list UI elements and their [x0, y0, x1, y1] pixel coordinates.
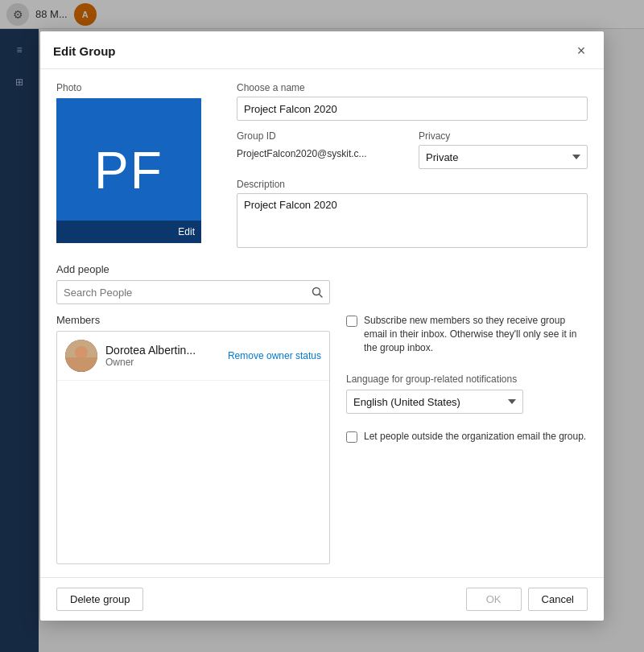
- group-id-col: Group ID ProjectFalcon2020@syskit.c...: [237, 130, 406, 169]
- search-icon-button[interactable]: [305, 281, 329, 303]
- modal-overlay: Edit Group × Photo PF Edit: [0, 0, 644, 652]
- settings-col: Subscribe new members so they receive gr…: [346, 314, 588, 564]
- photo-col: Photo PF Edit: [56, 82, 217, 250]
- photo-box: PF Edit: [56, 98, 201, 243]
- main-content-row: Members Dorotea Albertin... Owner Remove…: [56, 314, 588, 564]
- fields-col: Choose a name Group ID ProjectFalcon2020…: [237, 82, 588, 250]
- subscribe-checkbox[interactable]: [346, 316, 357, 327]
- modal-title: Edit Group: [53, 44, 116, 58]
- members-list: Dorotea Albertin... Owner Remove owner s…: [56, 331, 330, 564]
- privacy-col: Privacy Private Public: [419, 130, 588, 169]
- member-name: Dorotea Albertin...: [105, 344, 220, 357]
- search-box: [56, 280, 330, 304]
- id-privacy-row: Group ID ProjectFalcon2020@syskit.c... P…: [237, 130, 588, 169]
- privacy-label: Privacy: [419, 130, 588, 142]
- search-icon: [312, 287, 323, 298]
- photo-edit-bar: Edit: [56, 221, 201, 243]
- subscribe-label: Subscribe new members so they receive gr…: [364, 314, 588, 354]
- language-section: Language for group-related notifications…: [346, 373, 588, 430]
- group-id-value: ProjectFalcon2020@syskit.c...: [237, 145, 406, 163]
- photo-initials: PF: [94, 141, 163, 200]
- outside-email-label: Let people outside the organization emai…: [364, 430, 586, 444]
- member-info: Dorotea Albertin... Owner: [105, 344, 220, 368]
- outside-email-checkbox[interactable]: [346, 431, 357, 443]
- table-row: Dorotea Albertin... Owner Remove owner s…: [57, 332, 329, 381]
- edit-group-modal: Edit Group × Photo PF Edit: [40, 31, 604, 621]
- modal-header: Edit Group ×: [40, 31, 604, 69]
- remove-owner-link[interactable]: Remove owner status: [228, 350, 321, 361]
- ok-button[interactable]: OK: [466, 588, 522, 611]
- photo-edit-button[interactable]: Edit: [178, 226, 195, 237]
- outside-email-checkbox-row: Let people outside the organization emai…: [346, 430, 588, 444]
- avatar: [65, 340, 97, 372]
- members-col: Members Dorotea Albertin... Owner Remove…: [56, 314, 330, 564]
- avatar-image: [65, 340, 97, 372]
- add-people-label: Add people: [56, 263, 588, 275]
- svg-line-1: [320, 295, 323, 298]
- description-section: Description Project Falcon 2020: [237, 179, 588, 250]
- description-label: Description: [237, 179, 588, 190]
- privacy-select[interactable]: Private Public: [419, 145, 588, 169]
- photo-label: Photo: [56, 82, 217, 93]
- language-label: Language for group-related notifications: [346, 373, 588, 385]
- add-people-section: Add people: [56, 263, 588, 304]
- name-label: Choose a name: [237, 82, 588, 93]
- top-two-col: Photo PF Edit Choose a name: [56, 82, 588, 250]
- name-section: Choose a name: [237, 82, 588, 121]
- description-input[interactable]: Project Falcon 2020: [237, 193, 588, 248]
- name-input[interactable]: [237, 97, 588, 121]
- members-label: Members: [56, 314, 330, 326]
- group-id-label: Group ID: [237, 130, 406, 142]
- cancel-button[interactable]: Cancel: [528, 588, 588, 611]
- search-people-input[interactable]: [57, 283, 305, 302]
- modal-footer: Delete group OK Cancel: [40, 577, 604, 621]
- member-role: Owner: [105, 357, 220, 368]
- modal-body: Photo PF Edit Choose a name: [40, 69, 604, 577]
- close-button[interactable]: ×: [572, 41, 591, 60]
- subscribe-checkbox-row: Subscribe new members so they receive gr…: [346, 314, 588, 354]
- delete-group-button[interactable]: Delete group: [56, 588, 143, 611]
- language-select[interactable]: English (United States) Spanish French G…: [346, 390, 523, 414]
